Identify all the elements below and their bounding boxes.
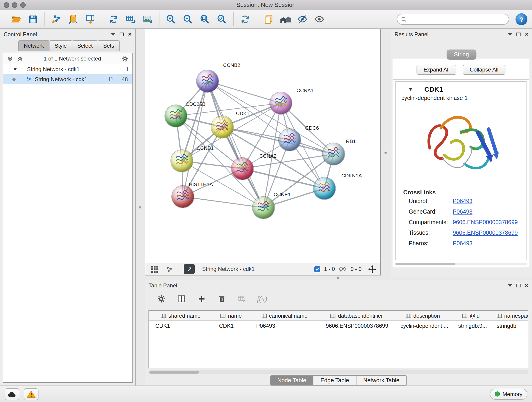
expand-all-rows-icon[interactable] — [7, 55, 13, 62]
show-all-button[interactable] — [312, 12, 327, 26]
results-close-icon[interactable]: × — [525, 32, 528, 37]
panel-close-icon[interactable]: × — [128, 32, 132, 37]
tab-node-table[interactable]: Node Table — [271, 376, 313, 385]
right-splitter-grip[interactable] — [385, 152, 387, 154]
selected-checkbox[interactable] — [314, 266, 320, 272]
compartments-link[interactable]: 9606.ENSP00000378699 — [453, 219, 518, 225]
network-canvas[interactable]: CCNB2CCNA1CDC25BCDK1CDC6RB1CCNB1CCNA2CDK… — [145, 29, 381, 263]
column-icon — [161, 313, 166, 318]
memory-button[interactable]: Memory — [490, 389, 527, 400]
left-splitter-grip[interactable] — [139, 206, 141, 209]
tab-sets[interactable]: Sets — [98, 40, 120, 51]
table-menu-icon[interactable] — [508, 284, 513, 287]
open-session-button[interactable] — [9, 12, 23, 26]
import-network-database-button[interactable] — [66, 12, 81, 26]
table-row[interactable]: CDK1 CDK1 P06493 9606.ENSP00000378699 cy… — [149, 321, 528, 331]
gear-icon[interactable] — [121, 55, 129, 62]
zoom-out-button[interactable] — [181, 12, 195, 26]
network-overview-button[interactable] — [164, 264, 175, 274]
column-database-identifier[interactable]: database identifier — [319, 311, 394, 320]
copy-button[interactable] — [261, 12, 276, 26]
help-button[interactable]: ? — [515, 13, 527, 25]
pharos-link[interactable]: P06493 — [453, 240, 472, 246]
collapse-all-rows-icon[interactable] — [17, 55, 23, 62]
zoom-selected-button[interactable] — [215, 12, 229, 26]
protein-thumbnail — [313, 177, 336, 199]
network-edge-CCNB2-CCNA1[interactable] — [208, 81, 281, 103]
toolbar-search[interactable] — [397, 14, 509, 25]
import-network-file-button[interactable] — [49, 12, 64, 26]
column-shared-name[interactable]: shared name — [149, 311, 213, 320]
show-columns-button[interactable] — [175, 293, 188, 305]
tab-network[interactable]: Network — [18, 40, 50, 51]
network-node-ccnb1[interactable] — [171, 150, 193, 172]
network-row[interactable]: String Network - cdk1 11 48 — [3, 74, 133, 84]
home-networks-button[interactable] — [278, 12, 293, 26]
table-settings-button[interactable] — [155, 293, 168, 305]
network-node-cdkn1a[interactable] — [313, 177, 336, 199]
pan-crosshair-icon[interactable] — [368, 265, 377, 274]
tab-style[interactable]: Style — [49, 40, 72, 51]
collection-label: String Network - cdk1 — [27, 66, 80, 72]
network-collection-row[interactable]: String Network - cdk1 1 — [3, 64, 133, 74]
results-horizontal-scrollbar[interactable] — [395, 263, 527, 265]
gene-section-header[interactable]: CDK1 — [396, 82, 526, 95]
new-network-from-table-button[interactable] — [123, 12, 138, 26]
column-namespace[interactable]: namespac — [490, 311, 528, 320]
genecard-link[interactable]: P06493 — [453, 208, 472, 215]
column-canonical-name[interactable]: canonical name — [250, 311, 319, 320]
network-node-cdk1[interactable] — [211, 116, 233, 138]
network-node-hist1h1a[interactable] — [172, 186, 194, 208]
detach-view-button[interactable] — [184, 264, 195, 274]
protein-thumbnail — [172, 186, 194, 208]
gene-collapse-icon[interactable] — [409, 88, 412, 90]
results-float-icon[interactable] — [517, 32, 521, 36]
network-node-cdc25b[interactable] — [165, 105, 187, 127]
network-node-ccne1[interactable] — [253, 197, 274, 219]
results-tab-string[interactable]: String — [447, 50, 476, 60]
birdseye-view-button[interactable] — [149, 264, 160, 274]
cloud-status-button[interactable] — [5, 388, 19, 400]
hide-selected-button[interactable] — [295, 12, 310, 26]
table-float-icon[interactable] — [517, 284, 521, 287]
refresh-view-button[interactable] — [238, 12, 253, 26]
table-horizontal-scrollbar[interactable] — [148, 370, 528, 374]
tab-edge-table[interactable]: Edge Table — [313, 376, 356, 385]
uniprot-link[interactable]: P06493 — [453, 198, 472, 204]
search-input[interactable] — [410, 16, 505, 22]
delete-column-button[interactable] — [215, 293, 228, 305]
save-session-button[interactable] — [26, 12, 40, 26]
network-edge-CCNB2-CCNE1[interactable] — [208, 81, 264, 208]
column-name[interactable]: name — [213, 311, 250, 320]
zoom-in-button[interactable] — [164, 12, 178, 26]
column-id[interactable]: @id — [452, 311, 490, 320]
import-table-file-button[interactable] — [83, 12, 98, 26]
horizontal-splitter-grip[interactable] — [337, 277, 339, 279]
column-description[interactable]: description — [394, 311, 452, 320]
collection-expand-icon[interactable] — [13, 68, 17, 70]
collapse-all-button[interactable]: Collapse All — [463, 65, 505, 75]
export-image-button[interactable] — [140, 12, 155, 26]
network-node-ccna2[interactable] — [231, 158, 253, 180]
current-network-bullet — [12, 78, 16, 81]
network-edge-HIST1H1A-CCNE1[interactable] — [183, 197, 264, 208]
network-node-ccnb2[interactable] — [196, 70, 219, 92]
expand-all-button[interactable]: Expand All — [417, 65, 456, 75]
tab-network-table[interactable]: Network Table — [356, 376, 406, 385]
network-node-ccna1[interactable] — [270, 92, 292, 114]
panel-float-icon[interactable] — [120, 32, 124, 36]
panel-menu-icon[interactable] — [111, 33, 116, 36]
table-close-icon[interactable]: × — [525, 283, 528, 288]
network-edge-CCNB2-HIST1H1A[interactable] — [183, 81, 208, 197]
add-column-button[interactable] — [195, 293, 208, 305]
apply-layout-button[interactable] — [106, 12, 121, 26]
warnings-button[interactable] — [24, 388, 38, 400]
tissues-link[interactable]: 9606.ENSP00000378699 — [453, 230, 518, 236]
tab-select[interactable]: Select — [72, 40, 98, 51]
network-node-rb1[interactable] — [323, 143, 345, 165]
network-node-cdc6[interactable] — [279, 129, 301, 151]
zoom-fit-button[interactable] — [197, 12, 212, 26]
hidden-eye-slash-icon[interactable] — [339, 266, 347, 272]
node-label-cdc6: CDC6 — [305, 125, 319, 131]
results-menu-icon[interactable] — [508, 33, 513, 36]
